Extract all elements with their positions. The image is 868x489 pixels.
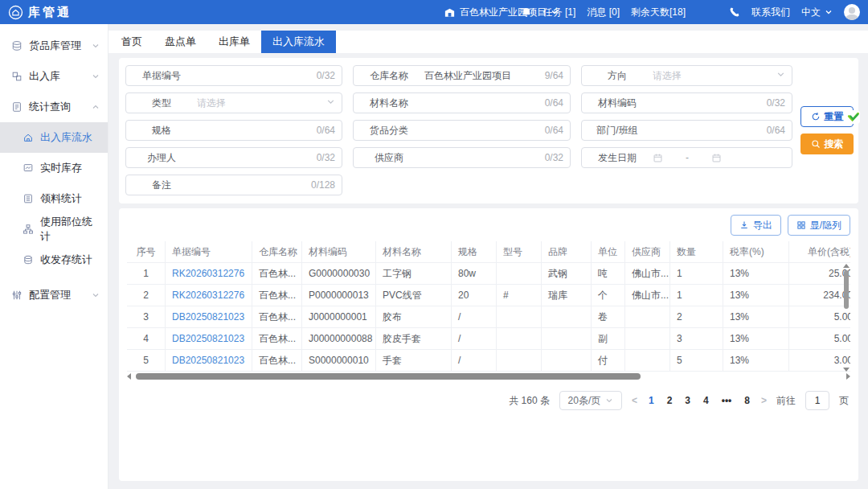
calendar-icon[interactable] xyxy=(711,153,722,163)
brand-cell xyxy=(542,328,592,349)
col-header-doc-no[interactable]: 单据编号 xyxy=(166,241,252,262)
days-remaining: 剩余天数[18] xyxy=(631,6,686,19)
project-selector[interactable]: 百色林业产业园项目 xyxy=(444,0,559,24)
language-selector[interactable]: 中文 xyxy=(801,6,833,19)
table-row[interactable]: 2 RK20260312276 百色林... P0000000013 PVC线管… xyxy=(127,285,850,306)
table-row[interactable]: 4 DB20250821023 百色林... J00000000088 胶皮手套… xyxy=(127,328,850,350)
field-category[interactable]: 货品分类 0/64 xyxy=(353,120,571,141)
messages-link[interactable]: 消息 [0] xyxy=(587,6,620,19)
next-page-button[interactable]: > xyxy=(761,395,767,406)
page-3[interactable]: 3 xyxy=(683,395,692,406)
char-counter: 9/64 xyxy=(545,70,570,81)
field-date-range[interactable]: 发生日期 - xyxy=(581,147,792,168)
horizontal-scrollbar[interactable] xyxy=(127,372,850,380)
scroll-up-arrow[interactable] xyxy=(843,264,850,268)
direction-select[interactable]: 请选择 xyxy=(653,69,776,83)
sidebar-item-send-receive-stats[interactable]: 收发存统计 xyxy=(0,244,108,275)
page-2[interactable]: 2 xyxy=(665,395,674,406)
field-spec[interactable]: 规格 0/64 xyxy=(125,120,342,141)
topbar: 库管通 百色林业产业园项目 任务 [1] 消息 [0] 剩余天数[18] 联系我… xyxy=(0,0,868,24)
page-ellipsis[interactable]: ••• xyxy=(720,395,734,406)
field-warehouse[interactable]: 仓库名称 百色林业产业园项目 9/64 xyxy=(353,65,571,86)
horizontal-scroll-thumb[interactable] xyxy=(136,373,641,380)
data-table: 序号 单据编号 仓库名称 材料编码 材料名称 规格 型号 品牌 单位 供应商 数… xyxy=(127,241,850,372)
col-header-qty[interactable]: 数量 xyxy=(670,241,723,262)
tax-rate-cell: 13% xyxy=(723,263,789,284)
tab-home[interactable]: 首页 xyxy=(110,31,154,53)
col-header-tax-rate[interactable]: 税率(%) xyxy=(723,241,789,262)
doc-no-link[interactable]: DB20250821023 xyxy=(166,328,252,349)
col-header-index[interactable]: 序号 xyxy=(127,241,166,262)
vertical-scrollbar[interactable] xyxy=(842,264,850,372)
doc-no-link[interactable]: RK20260312276 xyxy=(166,263,252,284)
col-header-unit-price[interactable]: 单价(含税) xyxy=(789,241,850,262)
col-header-warehouse[interactable]: 仓库名称 xyxy=(252,241,302,262)
field-department[interactable]: 部门/班组 0/64 xyxy=(581,120,792,141)
sidebar-item-usage-location-stats[interactable]: 使用部位统计 xyxy=(0,214,108,244)
scroll-left-arrow[interactable] xyxy=(127,373,131,380)
col-header-brand[interactable]: 品牌 xyxy=(542,241,592,262)
total-count: 共 160 条 xyxy=(509,394,550,408)
model-cell xyxy=(497,350,542,371)
warehouse-input[interactable]: 百色林业产业园项目 xyxy=(424,69,545,83)
search-button[interactable]: 搜索 xyxy=(800,134,854,154)
user-avatar[interactable] xyxy=(844,4,860,20)
vertical-scroll-thumb[interactable] xyxy=(844,270,849,309)
col-header-material-code[interactable]: 材料编码 xyxy=(302,241,376,262)
sidebar-item-in-out-warehouse[interactable]: 出入库 xyxy=(0,61,108,92)
scroll-right-arrow[interactable] xyxy=(846,373,850,380)
reset-button[interactable]: 重置 xyxy=(800,106,854,127)
col-header-unit[interactable]: 单位 xyxy=(592,241,625,262)
col-header-model[interactable]: 型号 xyxy=(497,241,542,262)
sidebar-item-inout-flow[interactable]: 出入库流水 xyxy=(0,122,108,153)
type-select[interactable]: 请选择 xyxy=(197,97,326,110)
table-row[interactable]: 1 RK20260312276 百色林... G0000000030 工字钢 8… xyxy=(127,263,850,285)
tab-inout-flow[interactable]: 出入库流水 xyxy=(261,31,336,53)
field-type[interactable]: 类型 请选择 xyxy=(125,92,342,113)
field-label: 发生日期 xyxy=(582,151,653,165)
field-material-code[interactable]: 材料编码 0/32 xyxy=(581,92,792,113)
sidebar-item-goods-management[interactable]: 货品库管理 xyxy=(0,31,108,61)
field-doc-no[interactable]: 单据编号 0/32 xyxy=(125,65,342,86)
sidebar-item-material-stats[interactable]: 领料统计 xyxy=(0,183,108,214)
page-size-select[interactable]: 20条/页 xyxy=(559,391,622,410)
goto-page-input[interactable]: 1 xyxy=(805,391,829,410)
content-area: 首页 盘点单 出库单 出入库流水 单据编号 0/32 类型 xyxy=(108,24,868,489)
sidebar-item-statistics-query[interactable]: 统计查询 xyxy=(0,92,108,122)
page-1[interactable]: 1 xyxy=(647,395,656,406)
phone-icon xyxy=(729,6,740,18)
scroll-down-arrow[interactable] xyxy=(843,368,850,372)
doc-no-link[interactable]: RK20260312276 xyxy=(166,285,252,306)
field-remark[interactable]: 备注 0/128 xyxy=(125,175,342,195)
field-direction[interactable]: 方向 请选择 xyxy=(581,65,792,86)
doc-no-link[interactable]: DB20250821023 xyxy=(166,350,252,371)
list-doc-icon xyxy=(23,193,34,204)
supplier-cell xyxy=(625,328,670,349)
field-handler[interactable]: 办理人 0/32 xyxy=(125,147,342,168)
col-header-material-name[interactable]: 材料名称 xyxy=(376,241,452,262)
page-8[interactable]: 8 xyxy=(743,395,751,406)
field-material-name[interactable]: 材料名称 0/64 xyxy=(353,92,571,113)
search-button-label: 搜索 xyxy=(825,138,844,151)
unit-cell: 付 xyxy=(592,350,625,371)
tab-stocktake[interactable]: 盘点单 xyxy=(154,31,207,53)
col-header-spec[interactable]: 规格 xyxy=(452,241,497,262)
table-row[interactable]: 5 DB20250821023 百色林... S0000000010 手套 / … xyxy=(127,350,850,372)
tab-outbound[interactable]: 出库单 xyxy=(207,31,261,53)
doc-no-link[interactable]: DB20250821023 xyxy=(166,306,252,327)
char-counter: 0/64 xyxy=(767,125,792,136)
chevron-down-icon xyxy=(92,290,100,302)
show-hide-columns-button[interactable]: 显/隐列 xyxy=(788,215,850,236)
col-header-supplier[interactable]: 供应商 xyxy=(625,241,670,262)
field-label: 备注 xyxy=(126,179,197,192)
sidebar-item-realtime-stock[interactable]: 实时库存 xyxy=(0,153,108,183)
calendar-icon[interactable] xyxy=(653,153,663,163)
export-button[interactable]: 导出 xyxy=(731,215,781,236)
unit-cell: 卷 xyxy=(592,306,625,327)
prev-page-button[interactable]: < xyxy=(632,395,637,406)
page-4[interactable]: 4 xyxy=(702,395,710,406)
field-supplier[interactable]: 供应商 0/32 xyxy=(353,147,571,168)
table-row[interactable]: 3 DB20250821023 百色林... J0000000001 胶布 / … xyxy=(127,306,850,328)
sidebar-item-config-management[interactable]: 配置管理 xyxy=(0,280,108,310)
contact-us-link[interactable]: 联系我们 xyxy=(751,6,790,19)
